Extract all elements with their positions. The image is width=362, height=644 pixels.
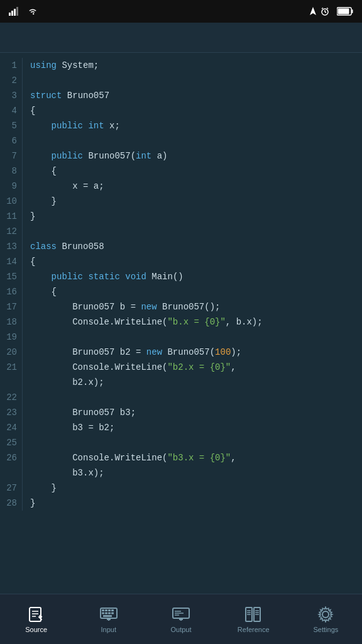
svg-rect-11 bbox=[338, 9, 349, 14]
svg-rect-18 bbox=[102, 609, 104, 611]
line-code[interactable]: } bbox=[23, 496, 35, 511]
line-code[interactable]: { bbox=[23, 103, 35, 118]
source-icon bbox=[28, 606, 45, 623]
line-number: 24 bbox=[0, 420, 23, 435]
status-right bbox=[309, 7, 353, 16]
code-line-27: 27 } bbox=[0, 480, 362, 496]
status-bar bbox=[0, 0, 362, 23]
line-code[interactable] bbox=[23, 73, 35, 88]
code-line-16: 16 { bbox=[0, 284, 362, 299]
line-number bbox=[0, 465, 23, 480]
tab-input[interactable]: Input bbox=[72, 594, 145, 644]
wifi-icon bbox=[28, 7, 38, 16]
code-line-19: 19 bbox=[0, 330, 362, 345]
line-code[interactable]: { bbox=[23, 284, 57, 299]
line-code[interactable]: { bbox=[23, 164, 57, 179]
line-number: 2 bbox=[0, 73, 23, 88]
alarm-icon bbox=[321, 7, 329, 16]
line-code[interactable]: Console.WriteLine("b3.x = {0}", bbox=[23, 450, 236, 465]
line-code[interactable]: Console.WriteLine("b2.x = {0}", bbox=[23, 360, 236, 375]
line-number: 4 bbox=[0, 103, 23, 118]
line-number: 5 bbox=[0, 118, 23, 133]
code-line-11: 11} bbox=[0, 209, 362, 224]
line-code[interactable]: x = a; bbox=[23, 179, 104, 194]
battery-icon bbox=[337, 7, 353, 16]
line-code[interactable]: } bbox=[23, 480, 57, 496]
svg-rect-2 bbox=[14, 9, 16, 16]
tab-input-label: Input bbox=[101, 626, 116, 633]
code-line-1: 1using System; bbox=[0, 58, 362, 73]
svg-rect-25 bbox=[111, 612, 114, 614]
line-code[interactable]: struct Bruno057 bbox=[23, 88, 109, 103]
line-code[interactable]: } bbox=[23, 209, 35, 224]
line-number: 25 bbox=[0, 435, 23, 450]
line-code[interactable]: public static void Main() bbox=[23, 269, 184, 284]
tab-settings[interactable]: Settings bbox=[290, 594, 362, 644]
svg-line-7 bbox=[322, 8, 323, 9]
line-number: 20 bbox=[0, 345, 23, 360]
line-number: 21 bbox=[0, 360, 23, 375]
line-code[interactable] bbox=[23, 224, 35, 239]
code-line-7: 7 public Bruno057(int a) bbox=[0, 148, 362, 164]
line-number: 26 bbox=[0, 450, 23, 465]
tab-output-label: Output bbox=[170, 626, 191, 633]
line-code[interactable]: b2.x); bbox=[23, 375, 104, 390]
reference-icon bbox=[244, 606, 262, 623]
line-code[interactable]: using System; bbox=[23, 58, 99, 73]
line-code[interactable] bbox=[23, 435, 35, 450]
line-number: 13 bbox=[0, 239, 23, 254]
tab-reference[interactable]: Reference bbox=[217, 594, 290, 644]
code-line-6: 6 bbox=[0, 133, 362, 148]
code-line-9: 9 x = a; bbox=[0, 179, 362, 194]
svg-rect-24 bbox=[108, 612, 111, 614]
line-code[interactable]: Bruno057 b2 = new Bruno057(100); bbox=[23, 345, 241, 360]
line-number: 14 bbox=[0, 254, 23, 269]
line-number: 10 bbox=[0, 194, 23, 209]
line-number: 1 bbox=[0, 58, 23, 73]
code-line-26: 26 Console.WriteLine("b3.x = {0}", bbox=[0, 450, 362, 465]
line-number: 6 bbox=[0, 133, 23, 148]
svg-rect-1 bbox=[11, 11, 13, 16]
code-line-28: 28} bbox=[0, 496, 362, 511]
line-number bbox=[0, 375, 23, 390]
line-number: 23 bbox=[0, 405, 23, 420]
code-line-26b: b3.x); bbox=[0, 465, 362, 480]
svg-rect-22 bbox=[102, 612, 104, 614]
line-code[interactable]: class Bruno058 bbox=[23, 239, 104, 254]
tab-source-label: Source bbox=[25, 626, 47, 633]
line-code[interactable]: public int x; bbox=[23, 118, 120, 133]
line-code[interactable]: Console.WriteLine("b.x = {0}", b.x); bbox=[23, 314, 263, 330]
line-code[interactable] bbox=[23, 390, 35, 405]
line-code[interactable]: b3 = b2; bbox=[23, 420, 114, 435]
code-line-20: 20 Bruno057 b2 = new Bruno057(100); bbox=[0, 345, 362, 360]
tab-output[interactable]: Output bbox=[145, 594, 217, 644]
svg-rect-26 bbox=[103, 615, 112, 617]
line-code[interactable]: b3.x); bbox=[23, 465, 104, 480]
toolbar bbox=[0, 23, 362, 53]
code-scroll[interactable]: 1using System;2 3struct Bruno0574{5 publ… bbox=[0, 53, 362, 594]
line-code[interactable] bbox=[23, 133, 35, 148]
line-number: 3 bbox=[0, 88, 23, 103]
line-number: 9 bbox=[0, 179, 23, 194]
line-number: 8 bbox=[0, 164, 23, 179]
signal-icon bbox=[9, 7, 20, 16]
line-code[interactable]: } bbox=[23, 194, 57, 209]
code-line-2: 2 bbox=[0, 73, 362, 88]
line-code[interactable]: Bruno057 b = new Bruno057(); bbox=[23, 299, 220, 314]
line-code[interactable]: Bruno057 b3; bbox=[23, 405, 136, 420]
tab-source[interactable]: Source bbox=[0, 594, 72, 644]
tab-settings-label: Settings bbox=[314, 626, 339, 633]
line-code[interactable]: public Bruno057(int a) bbox=[23, 148, 167, 164]
line-number: 12 bbox=[0, 224, 23, 239]
code-line-18: 18 Console.WriteLine("b.x = {0}", b.x); bbox=[0, 314, 362, 330]
tab-reference-label: Reference bbox=[238, 626, 270, 633]
code-editor[interactable]: 1using System;2 3struct Bruno0574{5 publ… bbox=[0, 53, 362, 594]
input-icon bbox=[100, 606, 118, 623]
line-code[interactable]: { bbox=[23, 254, 35, 269]
line-number: 19 bbox=[0, 330, 23, 345]
code-line-15: 15 public static void Main() bbox=[0, 269, 362, 284]
line-number: 17 bbox=[0, 299, 23, 314]
line-number: 22 bbox=[0, 390, 23, 405]
line-number: 27 bbox=[0, 480, 23, 496]
line-code[interactable] bbox=[23, 330, 35, 345]
